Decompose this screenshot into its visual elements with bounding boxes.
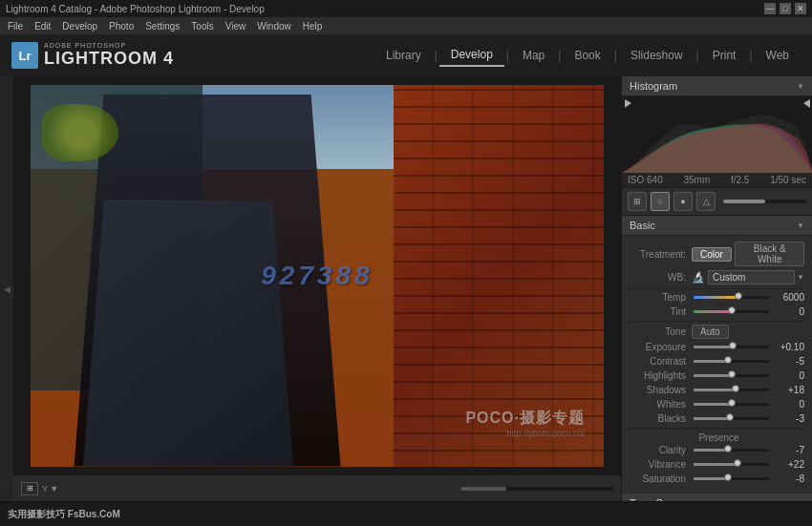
nav-sep-4: | <box>612 49 619 62</box>
maximize-button[interactable]: □ <box>780 3 791 14</box>
whites-label: Whites <box>630 399 692 410</box>
blacks-label: Blacks <box>630 413 692 424</box>
saturation-thumb[interactable] <box>724 473 732 481</box>
shadows-fill <box>694 389 736 391</box>
app-logo: Lr ADOBE PHOTOSHOP LIGHTROOM 4 <box>11 42 174 69</box>
wb-dropdown-icon[interactable]: ▼ <box>797 273 804 282</box>
menu-file[interactable]: File <box>8 21 23 32</box>
exposure-row: Exposure +0.10 <box>630 342 804 352</box>
photo-bottom-bar: ⊞ Y ▼ <box>13 474 621 501</box>
saturation-label: Saturation <box>630 473 692 484</box>
menu-window[interactable]: Window <box>257 21 291 32</box>
tone-curve-label: Tone Curve <box>630 497 683 501</box>
saturation-slider[interactable] <box>694 477 769 480</box>
menu-view[interactable]: View <box>225 21 246 32</box>
exposure-value: +0.10 <box>771 342 804 352</box>
contrast-fill <box>694 360 728 363</box>
contrast-row: Contrast -5 <box>630 356 804 367</box>
menu-develop[interactable]: Develop <box>62 21 97 32</box>
clarity-slider[interactable] <box>694 449 769 452</box>
histogram-header[interactable]: Histogram ▼ <box>622 76 812 96</box>
menu-settings[interactable]: Settings <box>145 21 180 32</box>
menu-help[interactable]: Help <box>303 21 323 32</box>
window-controls: — □ ✕ <box>764 3 806 14</box>
minimize-button[interactable]: — <box>764 3 776 14</box>
shadows-thumb[interactable] <box>732 385 739 392</box>
tint-value: 0 <box>771 306 804 317</box>
wb-eyedropper-icon[interactable]: 🔬 <box>692 271 705 284</box>
xy-label[interactable]: Y ▼ <box>42 484 58 494</box>
tone-label: Tone <box>630 326 692 337</box>
exposure-fill <box>694 346 733 348</box>
temp-label: Temp <box>630 292 692 303</box>
bw-btn[interactable]: Black & White <box>735 242 804 266</box>
tab-library[interactable]: Library <box>374 45 433 66</box>
tone-auto-btn[interactable]: Auto <box>692 325 729 339</box>
color-btn[interactable]: Color <box>692 247 732 262</box>
tool-slider-fill <box>723 200 765 203</box>
whites-thumb[interactable] <box>728 399 736 407</box>
divider-3 <box>630 428 804 429</box>
close-button[interactable]: ✕ <box>795 3 806 14</box>
filmstrip-scroll[interactable] <box>460 487 613 491</box>
lr-badge: Lr <box>11 42 38 69</box>
highlights-label: Highlights <box>630 370 692 381</box>
menu-tools[interactable]: Tools <box>191 21 213 32</box>
blacks-slider[interactable] <box>694 417 769 420</box>
histogram-triangle: ▼ <box>797 82 804 91</box>
redeye-tool[interactable]: △ <box>696 192 716 211</box>
whites-slider[interactable] <box>694 403 769 406</box>
poco-main-text: POCO·摄影专题 <box>465 409 585 429</box>
clarity-row: Clarity -7 <box>630 445 804 455</box>
exposure-slider[interactable] <box>694 346 769 348</box>
treatment-row: Treatment: Color Black & White <box>630 242 804 266</box>
highlights-slider[interactable] <box>694 374 769 377</box>
clarity-value: -7 <box>771 445 804 455</box>
tone-curve-header[interactable]: Tone Curve ▼ <box>622 494 812 501</box>
divider-2 <box>630 321 804 322</box>
exposure-label: Exposure <box>630 342 692 352</box>
clarity-thumb[interactable] <box>724 445 732 452</box>
highlights-thumb[interactable] <box>728 370 736 378</box>
wb-select[interactable]: Custom <box>708 270 795 284</box>
contrast-slider[interactable] <box>694 360 769 363</box>
tint-slider[interactable] <box>694 310 769 313</box>
whites-row: Whites 0 <box>630 399 804 410</box>
vibrance-label: Vibrance <box>630 459 692 470</box>
grid-view-icon[interactable]: ⊞ <box>21 482 38 495</box>
contrast-thumb[interactable] <box>724 356 732 364</box>
saturation-fill <box>694 477 728 480</box>
crop-tool[interactable]: ○ <box>651 192 670 211</box>
title-bar: Lightroom 4 Catalog - Adobe Photoshop Li… <box>0 0 812 17</box>
product-title: LIGHTROOM 4 <box>44 49 174 69</box>
blacks-thumb[interactable] <box>726 413 734 421</box>
exposure-thumb[interactable] <box>729 342 737 349</box>
tab-book[interactable]: Book <box>563 45 611 66</box>
spot-tool[interactable]: ● <box>673 192 693 211</box>
shutter-info: 1/50 sec <box>770 175 806 185</box>
clarity-label: Clarity <box>630 445 692 455</box>
basic-panel-header[interactable]: Basic ▼ <box>622 216 812 236</box>
menu-photo[interactable]: Photo <box>109 21 134 32</box>
tint-thumb[interactable] <box>728 306 736 314</box>
grid-tool[interactable]: ⊞ <box>628 192 647 211</box>
poco-sub-text: http://photo.poco.cn/ <box>465 429 585 438</box>
tab-slideshow[interactable]: Slideshow <box>619 45 694 66</box>
tab-web[interactable]: Web <box>755 45 801 66</box>
vibrance-thumb[interactable] <box>734 459 741 467</box>
shadows-label: Shadows <box>630 385 692 395</box>
menu-bar: File Edit Develop Photo Settings Tools V… <box>0 17 812 34</box>
tab-develop[interactable]: Develop <box>439 44 504 67</box>
basic-section: Treatment: Color Black & White WB: 🔬 Cus… <box>622 236 812 494</box>
photo-watermark: 927388 <box>261 261 373 291</box>
tab-print[interactable]: Print <box>701 45 748 66</box>
temp-slider[interactable] <box>694 296 769 299</box>
shadows-slider[interactable] <box>694 389 769 391</box>
temp-thumb[interactable] <box>735 292 742 300</box>
menu-edit[interactable]: Edit <box>34 21 51 32</box>
nav-sep-6: | <box>747 49 754 62</box>
photo-tools-left: ⊞ Y ▼ <box>21 482 58 495</box>
fpsbus-watermark: 实用摄影技巧 FsBus.CoM <box>8 508 120 521</box>
tab-map[interactable]: Map <box>511 45 556 66</box>
vibrance-slider[interactable] <box>694 463 769 466</box>
